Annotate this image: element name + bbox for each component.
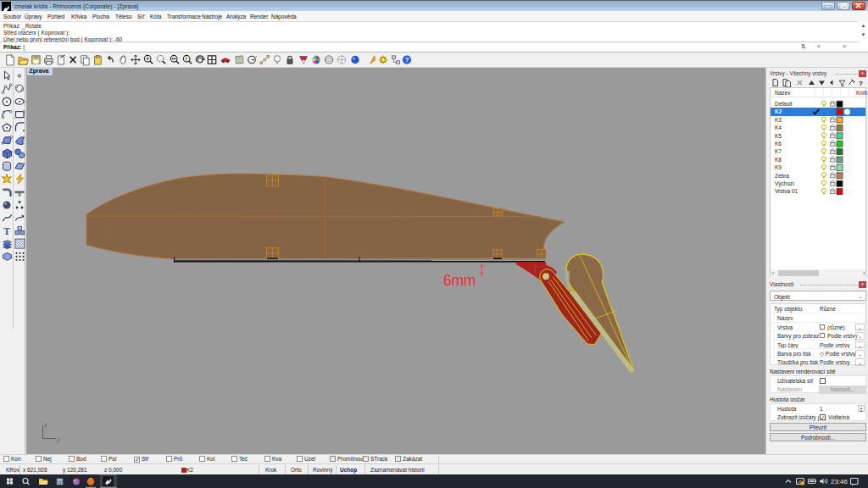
svg-text:6mm: 6mm	[443, 272, 476, 289]
svg-text:?: ?	[859, 80, 863, 87]
svg-text:z: z	[44, 421, 48, 429]
svg-text:?: ?	[405, 56, 409, 64]
svg-text:y: y	[57, 435, 61, 443]
svg-text:T: T	[3, 225, 10, 237]
svg-text:23:46: 23:46	[831, 478, 849, 485]
